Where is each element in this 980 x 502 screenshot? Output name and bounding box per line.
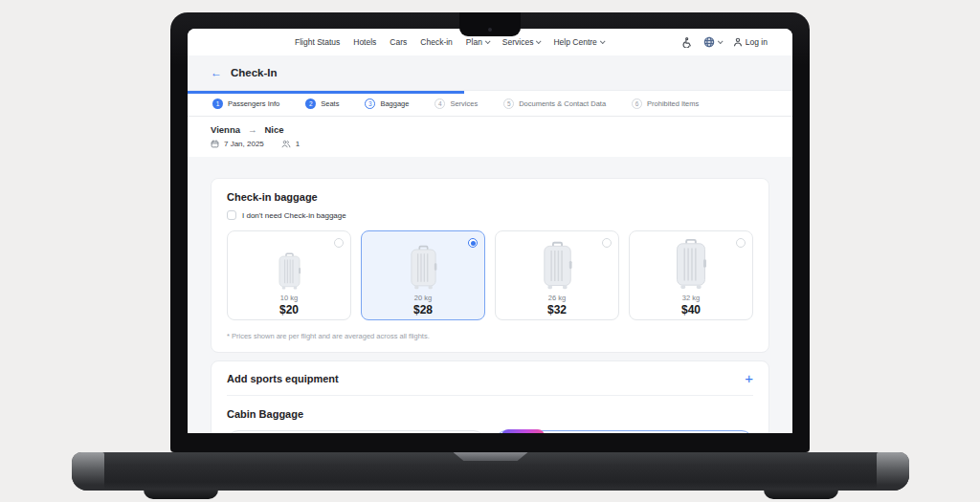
globe-icon [703, 36, 715, 48]
checkbox[interactable] [227, 210, 236, 220]
page-header: ← Check-In [188, 55, 792, 91]
baggage-weight: 10 kg [228, 294, 350, 302]
airline-checkin-site: Flight Status Hotels Cars Check-in Plan … [188, 29, 792, 433]
nav-item-hotels[interactable]: Hotels [353, 37, 376, 47]
baggage-weight: 26 kg [496, 294, 618, 302]
plus-icon[interactable]: + [745, 371, 753, 385]
nav-item-cars[interactable]: Cars [390, 37, 407, 47]
baggage-price: $32 [496, 303, 618, 316]
laptop-notch [459, 12, 521, 36]
step-services[interactable]: 4 Services [434, 98, 478, 109]
main-content: Check-in baggage I don't need Check-in b… [188, 157, 792, 433]
webcam-icon [488, 28, 492, 32]
nav-item-plan[interactable]: Plan [466, 37, 489, 47]
cabin-option-basic[interactable] [227, 430, 485, 433]
laptop-foot [144, 490, 218, 499]
suitcase-icon [362, 239, 484, 291]
baggage-price: $28 [362, 303, 484, 316]
baggage-option-20kg[interactable]: 20 kg $28 [361, 230, 485, 320]
calendar-icon [211, 140, 219, 148]
price-disclaimer: * Prices shown are per flight and are av… [227, 332, 753, 340]
back-arrow-icon[interactable]: ← [211, 67, 222, 78]
step-number-badge: 5 [503, 98, 514, 109]
checkin-baggage-title: Check-in baggage [227, 191, 753, 203]
radio-selected-icon[interactable] [468, 238, 478, 248]
baggage-weight: 32 kg [630, 294, 752, 302]
accessibility-button[interactable] [681, 37, 692, 48]
bonus-badge: Bonus +6 [501, 429, 545, 433]
baggage-price: $40 [630, 303, 752, 316]
chevron-down-icon [718, 38, 724, 44]
nav-item-help-centre[interactable]: Help Centre [553, 37, 603, 47]
radio-icon[interactable] [602, 238, 612, 248]
suitcase-icon [228, 239, 350, 291]
passenger-count: 1 [296, 140, 300, 148]
step-seats[interactable]: 2 Seats [305, 98, 339, 109]
trip-details: 7 Jan, 2025 1 [211, 140, 769, 148]
suitcase-icon [630, 239, 752, 291]
sports-equipment-title: Add sports equipment [227, 373, 339, 384]
nav-items: Flight Status Hotels Cars Check-in Plan … [295, 37, 604, 47]
no-baggage-checkbox-row[interactable]: I don't need Check-in baggage [227, 210, 753, 220]
baggage-options: 10 kg $20 [227, 230, 753, 320]
progress-bar [188, 91, 464, 94]
login-button[interactable]: Log in [733, 37, 768, 47]
route-arrow-icon: → [248, 124, 257, 135]
chevron-down-icon [600, 38, 606, 44]
language-selector[interactable] [703, 36, 722, 48]
destination-city: Nice [264, 124, 283, 135]
step-prohibited-items[interactable]: 6 Prohibited Items [632, 98, 699, 109]
origin-city: Vienna [211, 124, 240, 135]
step-number-badge: 4 [434, 98, 445, 109]
route: Vienna → Nice [211, 124, 769, 135]
baggage-option-32kg[interactable]: 32 kg $40 [629, 230, 753, 320]
nav-item-services[interactable]: Services [502, 37, 541, 47]
cabin-baggage-options: Bonus +6 [227, 430, 753, 433]
add-sports-equipment-row[interactable]: Add sports equipment + [227, 361, 753, 396]
baggage-price: $20 [228, 303, 350, 316]
step-number-badge: 2 [305, 98, 316, 109]
baggage-weight: 20 kg [362, 294, 484, 302]
step-number-badge: 1 [212, 98, 223, 109]
cabin-option-bonus[interactable]: Bonus +6 [495, 430, 753, 433]
page-title: Check-In [231, 67, 278, 78]
laptop-lid-scoop [454, 452, 528, 461]
trip-summary: Vienna → Nice 7 Jan, 2025 [188, 117, 792, 157]
radio-icon[interactable] [334, 238, 344, 248]
step-number-badge: 6 [632, 98, 642, 109]
cabin-baggage-title: Cabin Baggage [227, 408, 753, 420]
nav-item-flight-status[interactable]: Flight Status [295, 37, 340, 47]
step-passengers-info[interactable]: 1 Passengers Info [212, 98, 279, 109]
person-icon [733, 37, 743, 47]
checkbox-label: I don't need Check-in baggage [242, 211, 346, 220]
radio-icon[interactable] [736, 238, 746, 248]
checkin-baggage-card: Check-in baggage I don't need Check-in b… [211, 178, 769, 353]
step-baggage[interactable]: 3 Baggage [365, 98, 409, 109]
step-number-badge: 3 [365, 98, 375, 109]
baggage-option-10kg[interactable]: 10 kg $20 [227, 230, 351, 320]
laptop-bezel: Flight Status Hotels Cars Check-in Plan … [170, 12, 810, 452]
laptop-screen: Flight Status Hotels Cars Check-in Plan … [188, 29, 792, 433]
passengers-icon [281, 140, 291, 148]
laptop-base [72, 452, 909, 491]
step-documents[interactable]: 5 Documents & Contact Data [503, 98, 606, 109]
baggage-option-26kg[interactable]: 26 kg $32 [495, 230, 619, 320]
extras-card: Add sports equipment + Cabin Baggage Bon… [211, 360, 769, 433]
chevron-down-icon [485, 38, 491, 44]
wheelchair-icon [681, 37, 692, 48]
trip-date: 7 Jan, 2025 [224, 140, 264, 148]
checkin-stepper: 1 Passengers Info 2 Seats 3 Baggage 4 Se… [188, 91, 792, 117]
nav-right: Log in [681, 36, 768, 48]
nav-item-check-in[interactable]: Check-in [420, 37, 453, 47]
suitcase-icon [496, 239, 618, 291]
laptop-foot [764, 490, 838, 499]
chevron-down-icon [536, 38, 542, 44]
